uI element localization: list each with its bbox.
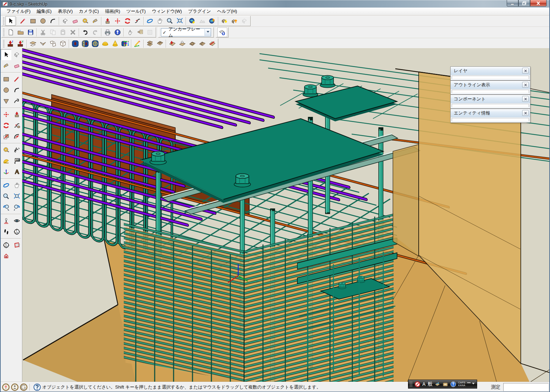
- panel-close-button[interactable]: [522, 82, 529, 88]
- sandbox-drape-button[interactable]: [187, 39, 197, 48]
- dc-component-attributes-button[interactable]: [145, 28, 155, 37]
- menu-window[interactable]: ウィンドウ(W): [149, 8, 185, 15]
- pan-tool[interactable]: [11, 180, 22, 191]
- panel-layers-titlebar[interactable]: レイヤ: [451, 67, 530, 75]
- ime-input-mode[interactable]: A: [422, 381, 426, 387]
- plugin-web-export-button[interactable]: [90, 39, 100, 48]
- zoom-tool-button[interactable]: [165, 16, 175, 26]
- rotate-tool[interactable]: [1, 120, 11, 131]
- ime-conversion-mode[interactable]: 般: [428, 381, 432, 387]
- follow-me-tool-button[interactable]: [132, 16, 142, 26]
- toolbar-grip[interactable]: [3, 17, 4, 25]
- pan-tool-button[interactable]: [155, 16, 165, 26]
- push-pull-tool[interactable]: [11, 109, 22, 120]
- follow-me-tool[interactable]: [11, 120, 22, 131]
- sandbox-from-contours-button[interactable]: [145, 39, 155, 48]
- rotate-tool-button[interactable]: [122, 16, 132, 26]
- roof-tool-1-button[interactable]: [28, 39, 38, 48]
- sandbox-add-detail-button[interactable]: [197, 39, 207, 48]
- section-cut-tool[interactable]: [1, 251, 11, 262]
- cut-button[interactable]: [38, 28, 48, 37]
- menu-help[interactable]: ヘルプ(H): [214, 8, 240, 15]
- restore-button[interactable]: [518, 0, 530, 7]
- arc-tool-button[interactable]: [48, 16, 58, 26]
- print-button[interactable]: [102, 28, 112, 37]
- make-component-button[interactable]: [60, 16, 70, 26]
- circle-tool[interactable]: [1, 85, 11, 96]
- offset-tool[interactable]: [11, 131, 22, 142]
- shape-dome-button[interactable]: [100, 39, 110, 48]
- sandbox-smoove-button[interactable]: [167, 39, 177, 48]
- color-by-layer-button[interactable]: [120, 39, 130, 48]
- move-tool[interactable]: [1, 109, 11, 120]
- open-file-button[interactable]: [15, 28, 25, 37]
- protractor-tool[interactable]: [1, 155, 11, 166]
- roof-tool-2-button[interactable]: [38, 39, 48, 48]
- undo-button[interactable]: [80, 28, 90, 37]
- 3d-text-tool[interactable]: [11, 166, 22, 177]
- scale-tool[interactable]: [1, 131, 11, 142]
- menu-plugins[interactable]: プラグイン: [185, 8, 214, 15]
- previous-view-tool[interactable]: [1, 202, 11, 213]
- ime-pen-icon[interactable]: [415, 381, 420, 387]
- dc-interact-button[interactable]: [125, 28, 135, 37]
- move-tool-button[interactable]: [112, 16, 122, 26]
- make-component-tool[interactable]: [11, 49, 22, 60]
- arc-tool[interactable]: [11, 85, 22, 96]
- ime-help-icon[interactable]: [450, 381, 456, 387]
- save-file-button[interactable]: [25, 28, 35, 37]
- orbit-tool-button[interactable]: [145, 16, 155, 26]
- panel-close-button[interactable]: [522, 68, 529, 74]
- panel-close-button[interactable]: [522, 96, 529, 102]
- share-component-button[interactable]: [239, 16, 249, 26]
- dc-component-options-button[interactable]: [135, 28, 145, 37]
- line-tool[interactable]: [11, 74, 22, 85]
- tape-measure-button[interactable]: [80, 16, 90, 26]
- component-info-button[interactable]: [217, 28, 227, 37]
- plugin-ca5-scene-tool[interactable]: CA-5: [1, 240, 11, 251]
- position-camera-tool[interactable]: [1, 215, 11, 226]
- new-file-button[interactable]: [6, 28, 15, 37]
- toggle-terrain-button[interactable]: [197, 16, 207, 26]
- sandbox-flip-edge-button[interactable]: [207, 39, 217, 48]
- panel-components-titlebar[interactable]: コンポーネント: [451, 95, 530, 103]
- menu-tools[interactable]: ツール(T): [123, 8, 149, 15]
- plugin-viewer-button[interactable]: [70, 39, 80, 48]
- ime-lock-indicators[interactable]: CAPS KANA: [458, 381, 465, 387]
- delete-button[interactable]: [68, 28, 78, 37]
- 3d-viewport[interactable]: レイヤ アウトライン表示 コンポーネント: [22, 48, 549, 382]
- ime-minimize-icon[interactable]: [467, 382, 471, 383]
- get-current-view-button[interactable]: [187, 16, 197, 26]
- walk-tool[interactable]: [1, 226, 11, 237]
- menu-edit[interactable]: 編集(E): [34, 8, 55, 15]
- share-model-button[interactable]: [229, 16, 239, 26]
- ime-tools-icon[interactable]: [434, 382, 440, 387]
- sandbox-stamp-button[interactable]: [177, 39, 187, 48]
- axes-tool[interactable]: [1, 166, 11, 177]
- rectangle-tool[interactable]: [1, 74, 11, 85]
- claim-credit-icon[interactable]: [20, 383, 28, 391]
- shape-cone-button[interactable]: [110, 39, 120, 48]
- toolbar-grip[interactable]: [3, 29, 4, 36]
- tape-measure-tool[interactable]: [1, 144, 11, 155]
- polygon-tool[interactable]: [1, 96, 11, 107]
- plugin-ca5-camera-tool[interactable]: CA-5: [11, 226, 22, 237]
- paint-bucket-button[interactable]: [90, 16, 100, 26]
- dimension-tool[interactable]: [11, 144, 22, 155]
- panel-close-button[interactable]: [522, 110, 529, 116]
- toolbar-grip[interactable]: [3, 40, 4, 47]
- geolocation-icon[interactable]: [2, 383, 10, 391]
- menu-camera[interactable]: カメラ(C): [76, 8, 102, 15]
- concrete-slab-back[interactable]: [393, 144, 419, 256]
- zoom-tool[interactable]: [1, 191, 11, 202]
- get-models-button[interactable]: [219, 16, 229, 26]
- panel-outliner-titlebar[interactable]: アウトライン表示: [451, 81, 530, 89]
- title-bar[interactable]: 9-c.skp - SketchUp: [1, 0, 549, 8]
- roof-tool-4-button[interactable]: [58, 39, 68, 48]
- ime-options-arrow-icon[interactable]: [472, 383, 475, 386]
- push-pull-tool-button[interactable]: [102, 16, 112, 26]
- look-around-tool[interactable]: [11, 215, 22, 226]
- redo-button[interactable]: [90, 28, 100, 37]
- paste-button[interactable]: [58, 28, 68, 37]
- menu-file[interactable]: ファイル(F): [3, 8, 34, 15]
